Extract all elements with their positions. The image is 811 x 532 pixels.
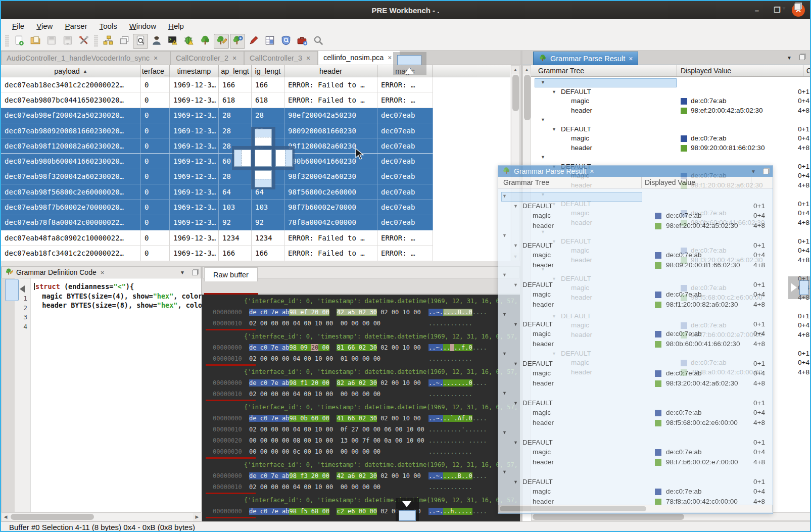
column-header-header[interactable]: header [284,65,377,77]
grammar-edit-button[interactable] [214,34,229,49]
menu-item-window[interactable]: Window [123,21,162,31]
debug-bug-button[interactable] [181,34,197,49]
save-as-button[interactable] [60,34,75,49]
column-header-payload[interactable]: payload▲ [1,65,141,77]
menu-item-tools[interactable]: Tools [93,21,123,31]
tree-row-default[interactable]: ▼DEFAULT0+1 [498,320,774,330]
hex-bytes-row[interactable]: de c0 7e ab98 09 20 00 81 66 02 30 02 00… [249,342,421,353]
hex-bytes-row[interactable]: de c0 7e ab98 f5 68 00 c2 e6 00 00 02 00… [249,506,421,517]
tree-row-magic[interactable]: magicde:c0:7e:ab0+4 [498,291,774,301]
tree-row-default[interactable]: ▼DEFAULT0+1 [498,360,774,370]
code-panel-title-bar[interactable]: Grammar Definition Code × ▼ [2,266,201,278]
tree-row-header[interactable]: header98:0b:60:00:41:66:02:304+8 [498,340,774,350]
hex-bytes-row[interactable]: 02 00 00 00 04 00 10 00 00 00 00 00 [249,318,380,329]
tree-row-magic[interactable]: magicde:c0:7e:ab0+4 [498,330,774,340]
tree-expand-icon[interactable]: ▼ [502,351,507,356]
search-button[interactable] [311,34,326,49]
settings-tools-button[interactable] [76,34,91,49]
tree-row-header[interactable]: header98:f7:b6:00:02:e7:00:004+8 [498,458,774,468]
panel-menu-icon[interactable]: ▼ [751,169,756,174]
inspect-shield-button[interactable] [278,34,294,49]
tree-row-magic[interactable]: magicde:c0:7e:ab0+4 [498,369,774,379]
panel-hscrollbar-thumb[interactable] [533,514,684,520]
tree-row-header[interactable]: header98:ef:20:00:42:a5:02:304+8 [522,107,811,116]
menu-item-view[interactable]: View [30,21,59,31]
table-row[interactable]: dec07eab98f7b60002e70000020…01969-12-3…1… [1,200,433,215]
panel-float-icon[interactable] [763,169,769,174]
open-file-button[interactable] [28,34,43,49]
tree-expand-icon[interactable]: ▼ [541,117,545,122]
table-row[interactable]: dec07eab18ec3401c2c20000022…01969-12-3…1… [1,77,433,92]
table-row[interactable]: dec07eab48fa8c0902c10000022…01969-12-3…1… [1,230,433,246]
tree-row-root[interactable]: ▼ [498,271,774,281]
close-tab-icon[interactable]: × [590,167,594,175]
tree-row-root[interactable]: ▼ [498,350,774,360]
hex-bytes-row[interactable]: 02 00 00 00 04 00 10 00 00 00 00 00 [249,481,380,493]
hex-bytes-row[interactable]: 02 00 00 00 04 00 10 00 01 00 00 00 [249,353,380,364]
scroll-left-icon[interactable]: ◀ [2,513,10,521]
close-tab-icon[interactable]: × [232,54,236,62]
tab-callcontroller-2[interactable]: CallController_2× [170,51,244,65]
tab-audiocontroller-1-handlevocoderinfo-sync[interactable]: AudioController_1_handleVocoderInfo_sync… [1,51,170,65]
table-row[interactable]: dec07eab18fc3401c2c20000022…01969-12-3…1… [1,246,433,261]
tree-expand-icon[interactable]: ▼ [513,401,518,406]
tree-row-header[interactable]: header98:ef:20:00:42:a5:02:304+8 [498,222,774,232]
panel-menu-icon[interactable]: ▼ [180,270,185,275]
tree-row-root[interactable]: ▼ [498,192,774,202]
panel-menu-icon[interactable]: ▼ [787,55,792,61]
tree-expand-icon[interactable]: ▼ [502,312,507,317]
tree-expand-icon[interactable]: ▼ [502,391,507,396]
hex-bytes-row[interactable]: 02 00 00 00 04 00 10 00 0f 27 00 00 06 0… [249,424,424,435]
minimize-button[interactable]: – [751,6,762,15]
column-header-timestamp[interactable]: timestamp [170,65,219,77]
tree-row-magic[interactable]: magicde:c0:7e:ab0+4 [498,251,774,261]
table-row[interactable]: dec07eab9809200081660230020…01969-12-3…2… [1,123,433,138]
tree-expand-icon[interactable]: ▼ [513,322,518,327]
panel-float-icon[interactable] [192,270,198,275]
tree-row-default[interactable]: ▼DEFAULT0+1 [498,281,774,291]
tree-row-default[interactable]: ▼DEFAULT0+1 [498,439,774,449]
hex-bytes-row[interactable]: 02 00 00 00 04 00 10 00 00 00 00 00 [249,389,380,400]
tree-row-default[interactable]: ▼DEFAULT0+1 [522,125,811,135]
tree-row-default[interactable]: ▼DEFAULT0+1 [522,88,811,98]
new-file-button[interactable] [12,34,27,49]
tree-expand-icon[interactable]: ▼ [502,272,507,277]
hex-bytes-row[interactable]: 00 00 00 00 08 00 10 00 13 00 7f 00 0a 0… [249,435,424,446]
tree-row-magic[interactable]: magicde:c0:7e:ab0+4 [522,97,811,107]
panel-hscrollbar[interactable] [498,505,773,512]
tree-row-default[interactable]: ▼DEFAULT0+1 [498,202,774,212]
marker-pen-button[interactable] [246,34,261,49]
close-tab-icon[interactable]: × [629,55,633,63]
tree-row-root[interactable]: ▼ [498,389,774,399]
hex-bytes-row[interactable]: 00 00 00 00 0c 00 10 00 00 00 00 00 [249,446,380,457]
tree-expand-icon[interactable]: ▼ [513,479,518,485]
tree-row-root[interactable]: ▼ [522,153,811,163]
tree-row-root[interactable]: ▼ [498,468,774,478]
tree-row-header[interactable]: header98:f1:20:00:82:a6:02:304+8 [498,301,774,311]
tab-callcontroller-3[interactable]: CallController_3× [244,51,318,65]
tab-grammar-parse-result[interactable]: Grammar Parse Result × [533,52,638,65]
tree-expand-icon[interactable]: ▼ [502,469,507,474]
table-row[interactable]: dec07eab980b600041660230020…01969-12-3…6… [1,154,433,169]
panel-vscrollbar-thumb[interactable] [524,75,531,120]
close-tab-icon[interactable]: × [306,54,310,62]
tree-expand-icon[interactable]: ▼ [502,430,507,435]
tree-row-root[interactable]: ▼ [498,231,774,241]
close-tab-icon[interactable]: × [154,54,158,62]
table-row[interactable]: dec07eab98f1200082a60230020…01969-12-3…2… [1,138,433,154]
tree-row-magic[interactable]: magicde:c0:7e:ab0+4 [522,134,811,144]
tree-row-default[interactable]: ▼DEFAULT0+1 [498,399,774,409]
tree-expand-icon[interactable]: ▼ [513,204,518,209]
tree-row-header[interactable]: header98:f5:68:00:c2:e6:00:004+8 [498,419,774,429]
tree-expand-icon[interactable]: ▼ [513,282,518,287]
floating-grammar-parse-result-panel[interactable]: Grammar Parse Result × ▼ Grammar Tree Di… [498,165,773,514]
hex-bytes-row[interactable]: de c0 7e ab98 0b 60 00 41 66 02 30 02 00… [249,413,421,424]
console-warning-button[interactable] [165,34,180,49]
tree-row-header[interactable]: header98:09:20:00:81:66:02:304+8 [522,144,811,154]
tree-row-root[interactable]: ▼ [498,310,774,320]
code-hscrollbar[interactable]: ◀ ▶ [1,512,202,521]
tree-expand-icon[interactable]: ▼ [513,440,518,445]
table-row[interactable]: dec07eab9807bc0441650230020…01969-12-3…6… [1,92,433,108]
tree-row-root[interactable]: ▼ [522,116,811,125]
hex-bytes-row[interactable]: de c0 7e ab98 ef 20 00 42 a5 02 30 02 00… [249,307,421,318]
